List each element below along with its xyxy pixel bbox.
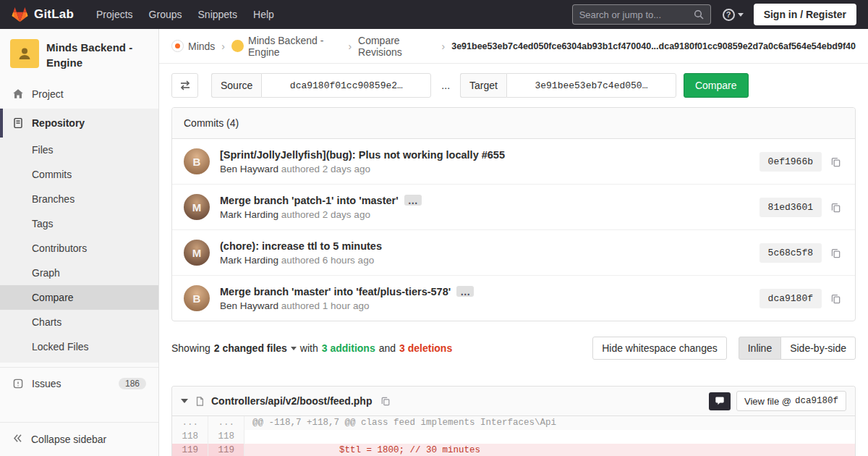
nav-help[interactable]: Help (245, 0, 282, 29)
commit-row: B [Sprint/JollyJellyfish](bug): Plus not… (172, 139, 855, 185)
source-label: Source (211, 73, 261, 98)
diff-file-header: Controllers/api/v2/boost/feed.php View (172, 387, 855, 416)
toggle-commit-description-button[interactable]: … (404, 195, 422, 206)
commit-sha-badge[interactable]: 5c68c5f8 (760, 243, 822, 263)
help-dropdown[interactable]: ? (723, 9, 744, 21)
compare-ellipsis: ... (441, 80, 450, 91)
breadcrumb-separator: › (348, 41, 352, 52)
nav-groups[interactable]: Groups (141, 0, 190, 29)
diff-hunk-row: ... ... @@ -118,7 +118,7 @@ class feed i… (172, 416, 855, 430)
gitlab-tanuki-icon (12, 7, 28, 22)
compare-form: Source dca9180f01cc90859e2… ... Target 3… (159, 64, 868, 107)
new-line-number[interactable]: 118 (208, 430, 244, 444)
commit-author-link[interactable]: Ben Hayward (220, 300, 278, 311)
sidebar-item-graph[interactable]: Graph (0, 261, 158, 285)
nav-projects[interactable]: Projects (88, 0, 141, 29)
commit-title-link[interactable]: (chore): increase ttl to 5 minutes (220, 240, 382, 252)
sidebar-item-repository[interactable]: Repository (0, 109, 158, 138)
search-icon[interactable] (694, 9, 704, 20)
sidebar-project-context[interactable]: Minds Backend - Engine (0, 29, 158, 80)
copy-file-path-button[interactable] (378, 394, 393, 408)
commit-authored-text: authored 6 hours ago (281, 255, 374, 266)
old-line-number[interactable]: 119 (172, 444, 208, 456)
comment-icon (715, 396, 725, 406)
sidebar-item-tags[interactable]: Tags (0, 211, 158, 236)
sidebar-item-files[interactable]: Files (0, 138, 158, 162)
commit-row: M (chore): increase ttl to 5 minutes Mar… (172, 230, 855, 276)
commit-title-link[interactable]: Merge branch 'master' into 'feat/plus-ti… (220, 286, 451, 297)
gitlab-home-link[interactable]: GitLab (12, 7, 74, 22)
repository-icon (12, 117, 24, 129)
issues-count-badge: 186 (119, 378, 146, 389)
changed-files-dropdown[interactable]: 2 changed files (214, 342, 297, 354)
sidebar-item-commits[interactable]: Commits (0, 162, 158, 187)
home-icon (12, 88, 24, 100)
new-line-number[interactable]: 119 (208, 444, 244, 456)
old-line-number[interactable]: 118 (172, 430, 208, 444)
search-input[interactable] (579, 9, 694, 20)
breadcrumb-compare-revisions[interactable]: Compare Revisions (358, 35, 435, 58)
deletions-count: 3 deletions (399, 342, 452, 354)
project-avatar (10, 39, 39, 68)
diff-table: ... ... @@ -118,7 +118,7 @@ class feed i… (172, 416, 855, 456)
commit-info: Merge branch 'patch-1' into 'master' … M… (220, 195, 760, 220)
sidebar-item-compare[interactable]: Compare (0, 285, 158, 310)
copy-sha-button[interactable] (828, 200, 843, 215)
toggle-commit-description-button[interactable]: … (456, 286, 474, 297)
collapse-sidebar-button[interactable]: Collapse sidebar (0, 422, 158, 456)
diff-file-path-link[interactable]: Controllers/api/v2/boost/feed.php (211, 395, 372, 407)
side-by-side-view-button[interactable]: Side-by-side (780, 337, 856, 360)
commit-sha-badge[interactable]: 81ed3601 (760, 198, 822, 217)
diff-deletion-row: 119 119 $ttl = 1800; // 30 minutes (172, 444, 855, 456)
view-file-button[interactable]: View file @ dca9180f (736, 391, 846, 411)
sidebar-item-contributors[interactable]: Contributors (0, 236, 158, 261)
view-file-label: View file @ (744, 396, 791, 407)
sidebar-item-project[interactable]: Project (0, 80, 158, 109)
breadcrumb-separator: › (442, 41, 446, 52)
commit-author-link[interactable]: Mark Harding (220, 209, 278, 220)
breadcrumb-project[interactable]: Minds Backend - Engine (231, 35, 341, 58)
changed-files-label: 2 changed files (214, 342, 287, 354)
commit-meta: Mark Harding authored 6 hours ago (220, 255, 760, 266)
avatar: M (184, 194, 210, 220)
diff-file-panel: Controllers/api/v2/boost/feed.php View (171, 386, 856, 456)
compare-button[interactable]: Compare (684, 73, 749, 98)
avatar: M (184, 240, 210, 266)
inline-view-button[interactable]: Inline (739, 337, 781, 360)
breadcrumb-section-label: Compare Revisions (358, 35, 435, 58)
breadcrumb: Minds › Minds Backend - Engine › Compare… (159, 29, 868, 64)
commit-author-link[interactable]: Ben Hayward (220, 164, 278, 174)
hunk-header-text: @@ -118,7 +118,7 @@ class feed implement… (244, 416, 855, 430)
sidebar-item-locked-files[interactable]: Locked Files (0, 334, 158, 359)
new-line-number[interactable]: ... (208, 416, 244, 430)
target-ref-field[interactable]: 3e91bee53eb7c4ed050… (506, 73, 676, 98)
collapse-diff-caret[interactable] (181, 399, 188, 403)
toggle-file-comments-button[interactable] (709, 392, 731, 410)
sidebar-item-issues[interactable]: Issues 186 (0, 367, 158, 399)
commit-info: Merge branch 'master' into 'feat/plus-ti… (220, 286, 760, 311)
copy-sha-button[interactable] (828, 154, 843, 169)
sidebar-item-issues-label: Issues (32, 378, 61, 389)
copy-sha-button[interactable] (828, 245, 843, 261)
commit-sha-badge[interactable]: dca9180f (760, 289, 822, 308)
sidebar-item-charts[interactable]: Charts (0, 310, 158, 334)
commit-info: [Sprint/JollyJellyfish](bug): Plus not w… (220, 149, 760, 174)
swap-revisions-button[interactable] (171, 73, 198, 98)
old-line-number[interactable]: ... (172, 416, 208, 430)
nav-snippets[interactable]: Snippets (190, 0, 245, 29)
showing-text: Showing (171, 342, 210, 354)
commit-author-link[interactable]: Mark Harding (220, 255, 278, 266)
copy-sha-button[interactable] (828, 291, 843, 306)
breadcrumb-group[interactable]: Minds (171, 40, 215, 52)
chevron-down-icon (738, 13, 744, 17)
collapse-sidebar-label: Collapse sidebar (31, 434, 106, 445)
hide-whitespace-button[interactable]: Hide whitespace changes (592, 337, 727, 360)
commit-title-link[interactable]: [Sprint/JollyJellyfish](bug): Plus not w… (220, 149, 505, 161)
commit-sha-badge[interactable]: 0ef1966b (760, 152, 822, 172)
sign-in-button[interactable]: Sign in / Register (754, 4, 856, 25)
sidebar-item-branches[interactable]: Branches (0, 187, 158, 211)
main-content: Minds › Minds Backend - Engine › Compare… (159, 29, 868, 456)
commit-title-link[interactable]: Merge branch 'patch-1' into 'master' (220, 195, 399, 206)
source-ref-group: Source dca9180f01cc90859e2… (211, 73, 431, 98)
source-ref-field[interactable]: dca9180f01cc90859e2… (261, 73, 431, 98)
